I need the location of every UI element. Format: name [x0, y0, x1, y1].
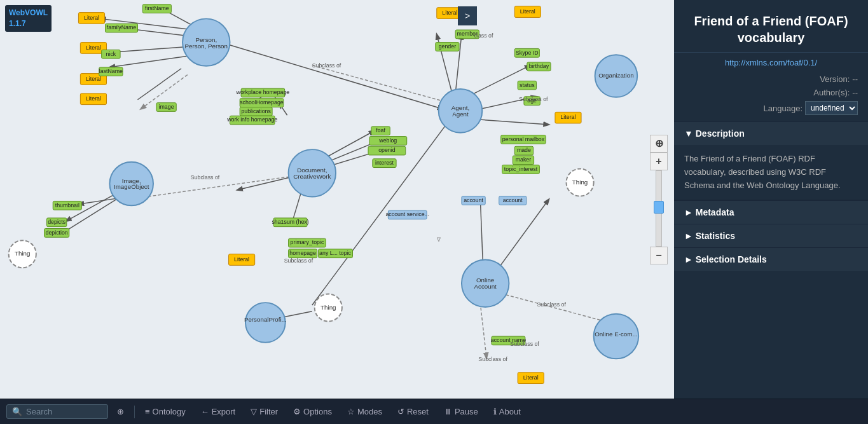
svg-text:maker: maker	[516, 156, 532, 163]
pause-button[interactable]: ⏸ Pause	[437, 404, 485, 419]
search-input[interactable]	[26, 407, 102, 416]
statistics-section-header[interactable]: ► Statistics	[674, 224, 868, 247]
svg-text:thumbnail: thumbnail	[55, 202, 79, 209]
svg-text:Subclass of: Subclass of	[510, 341, 539, 347]
authors-value: --	[852, 88, 858, 97]
about-label: About	[499, 407, 521, 416]
modes-label: Modes	[357, 407, 382, 416]
graph-canvas[interactable]: WebVOWL 1.1.7 >	[0, 0, 674, 399]
svg-text:PersonalProfi...: PersonalProfi...	[244, 316, 287, 323]
options-label: Options	[303, 407, 332, 416]
svg-line-20	[312, 65, 450, 103]
svg-text:Thing: Thing	[572, 179, 588, 186]
svg-text:ImageObject: ImageObject	[114, 183, 149, 190]
description-section-header[interactable]: ▼ Description	[674, 121, 868, 145]
export-icon: ←	[201, 407, 209, 416]
svg-text:CreativeWork: CreativeWork	[293, 173, 331, 180]
svg-text:homepage: homepage	[289, 250, 316, 256]
svg-text:Subclass of: Subclass of	[284, 257, 313, 264]
svg-text:Person, Person: Person, Person	[185, 43, 228, 50]
filter-button[interactable]: ▽ Filter	[244, 404, 284, 419]
graph-visualization[interactable]: Person, Person, Person Agent, Agent Imag…	[0, 0, 674, 399]
divider-1	[134, 406, 135, 418]
svg-text:image: image	[159, 104, 174, 110]
svg-text:depiction: depiction	[46, 229, 68, 236]
svg-text:∇: ∇	[436, 236, 441, 243]
svg-text:openid: openid	[378, 147, 396, 153]
version-row: Version: --	[674, 72, 868, 86]
language-row: Language: undefined en de fr	[674, 99, 868, 121]
ontology-label: Ontology	[153, 407, 186, 416]
options-button[interactable]: ⚙ Options	[287, 404, 338, 419]
svg-text:familyName: familyName	[107, 24, 137, 31]
star-icon: ☆	[347, 407, 355, 416]
zoom-out-button[interactable]: −	[650, 247, 668, 264]
selection-details-section-header[interactable]: ► Selection Details	[674, 247, 868, 271]
svg-text:made: made	[517, 147, 531, 153]
modes-button[interactable]: ☆ Modes	[341, 404, 389, 419]
metadata-section-header[interactable]: ► Metadata	[674, 200, 868, 224]
svg-text:gender: gender	[439, 43, 456, 50]
pause-label: Pause	[455, 407, 478, 416]
svg-text:any L... topic: any L... topic	[319, 250, 351, 256]
about-button[interactable]: ℹ About	[487, 404, 527, 419]
authors-row: Author(s): --	[674, 86, 868, 99]
webvowl-logo: WebVOWL 1.1.7	[5, 5, 52, 32]
svg-text:topic_interest: topic_interest	[504, 166, 538, 172]
svg-text:Literal: Literal	[86, 95, 101, 102]
reset-button[interactable]: ↺ Reset	[391, 404, 435, 419]
ontology-button[interactable]: ≡ Ontology	[139, 404, 192, 419]
svg-text:Literal: Literal	[84, 15, 99, 21]
filter-label: Filter	[259, 407, 278, 416]
svg-text:Literal: Literal	[520, 8, 535, 15]
zoom-controls: ⊕ + −	[650, 135, 668, 264]
svg-text:Agent: Agent	[452, 111, 469, 118]
svg-text:Subclass of: Subclass of	[537, 301, 566, 308]
svg-text:work info homepage: work info homepage	[226, 116, 277, 123]
locate-icon: ⊕	[117, 407, 124, 416]
gear-icon: ⚙	[293, 407, 301, 416]
svg-text:Organization: Organization	[598, 72, 633, 79]
zoom-in-button[interactable]: +	[650, 153, 668, 170]
authors-label: Author(s):	[813, 88, 850, 97]
export-label: Export	[212, 407, 236, 416]
svg-text:Literal: Literal	[86, 44, 101, 51]
pause-icon: ⏸	[444, 407, 452, 416]
svg-text:primary_topic: primary_topic	[291, 239, 324, 245]
ontology-link[interactable]: http://xmlns.com/foaf/0.1/	[674, 53, 868, 72]
svg-text:account: account	[464, 197, 483, 203]
svg-text:Subclass of: Subclass of	[191, 174, 220, 181]
reset-label: Reset	[407, 407, 429, 416]
search-icon: 🔍	[12, 407, 22, 416]
search-box[interactable]: 🔍	[6, 404, 108, 419]
svg-text:Subclass of: Subclass of	[312, 62, 341, 69]
svg-text:publications: publications	[241, 108, 271, 114]
svg-text:class of: class of	[474, 32, 493, 39]
svg-text:Subclass of: Subclass of	[519, 96, 548, 102]
right-panel: Friend of a Friend (FOAF) vocabulary htt…	[674, 0, 868, 399]
svg-text:weblog: weblog	[378, 137, 397, 144]
svg-text:workplace homepage: workplace homepage	[236, 89, 290, 95]
description-content: The Friend of a Friend (FOAF) RDF vocabu…	[674, 145, 868, 200]
locate-button[interactable]: ⊕	[111, 404, 130, 419]
svg-text:depicts: depicts	[48, 219, 65, 225]
svg-text:Literal: Literal	[560, 114, 575, 120]
version-label: Version:	[820, 74, 850, 84]
panel-toggle-button[interactable]: >	[458, 6, 477, 25]
toolbar: 🔍 ⊕ ≡ Ontology ← Export ▽ Filter ⚙ Optio…	[0, 399, 868, 424]
svg-text:firstName: firstName	[145, 5, 169, 11]
export-button[interactable]: ← Export	[195, 404, 242, 419]
svg-text:Literal: Literal	[523, 374, 539, 381]
zoom-slider[interactable]	[656, 170, 662, 247]
zoom-reset-button[interactable]: ⊕	[650, 135, 668, 153]
svg-text:Literal: Literal	[234, 256, 249, 263]
svg-text:lastName: lastName	[99, 68, 123, 74]
panel-title: Friend of a Friend (FOAF) vocabulary	[674, 0, 868, 53]
about-icon: ℹ	[493, 407, 497, 416]
svg-text:Skype ID: Skype ID	[516, 50, 539, 56]
svg-text:Literal: Literal	[86, 76, 101, 82]
menu-icon: ≡	[145, 407, 150, 416]
svg-text:account service...: account service...	[385, 211, 429, 217]
language-select[interactable]: undefined en de fr	[805, 101, 858, 115]
reset-icon: ↺	[397, 407, 404, 416]
